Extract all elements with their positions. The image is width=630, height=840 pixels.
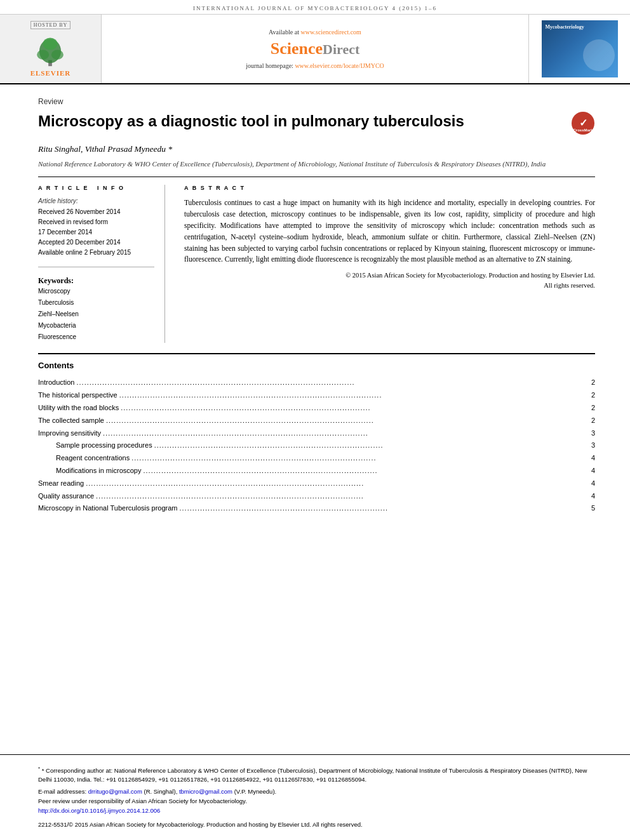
journal-cover-section: Mycobacteriology — [528, 15, 630, 83]
journal-cover-title: Mycobacteriology — [546, 24, 584, 30]
sciencedirect-url[interactable]: www.sciencedirect.com — [300, 29, 361, 36]
info-divider — [38, 267, 154, 267]
email-line: E-mail addresses: drritugo@gmail.com (R.… — [38, 787, 595, 797]
elsevier-logo: ELSEVIER — [30, 33, 71, 77]
toc-dots-1: ........................................… — [76, 377, 589, 389]
keyword-microscopy: Microscopy — [38, 286, 154, 297]
toc-dots-10: ........................................… — [96, 490, 589, 503]
keyword-tuberculosis: Tuberculosis — [38, 297, 154, 309]
toc-historical: The historical perspective .............… — [38, 389, 595, 402]
svg-text:CrossMark: CrossMark — [573, 128, 593, 132]
abstract-header-text: A B S T R A C T — [184, 185, 245, 191]
authors: Ritu Singhal, Vithal Prasad Myneedu * — [38, 144, 595, 154]
journal-top-header: International Journal of Mycobacteriolog… — [0, 0, 630, 15]
svg-text:✓: ✓ — [579, 117, 587, 128]
keywords-section: Keywords: Microscopy Tuberculosis Ziehl–… — [38, 276, 154, 343]
toc-collected: The collected sample ...................… — [38, 415, 595, 427]
toc-utility: Utility with the road blocks ...........… — [38, 402, 595, 415]
toc-quality-label: Quality assurance — [38, 490, 94, 503]
contents-title: Contents — [38, 361, 595, 370]
toc-improving-page: 3 — [591, 427, 595, 440]
toc-quality: Quality assurance ......................… — [38, 490, 595, 503]
toc-sample-label: Sample processing procedures — [56, 439, 152, 452]
footer-copyright: 2212-5531/© 2015 Asian African Society f… — [38, 820, 595, 830]
toc-dots-4: ........................................… — [106, 415, 589, 427]
article-history: Article history: Received 26 November 20… — [38, 197, 154, 258]
email2-link[interactable]: tbmicro@gmail.com — [179, 788, 232, 795]
keyword-fluorescence: Fluorescence — [38, 331, 154, 343]
abstract-text: Tuberculosis continues to cast a huge im… — [184, 197, 595, 265]
toc-national-page: 5 — [591, 502, 595, 515]
toc-quality-page: 4 — [591, 490, 595, 503]
toc-improving-label: Improving sensitivity — [38, 427, 101, 440]
toc-dots-6: ........................................… — [154, 439, 589, 452]
section-label: Review — [38, 97, 595, 106]
received-revised-label: Received in revised form — [38, 217, 154, 227]
sciencedirect-section: Available at www.sciencedirect.com Scien… — [102, 15, 528, 83]
toc-utility-page: 2 — [591, 402, 595, 415]
corresponding-author-text: * Corresponding author at: National Refe… — [38, 767, 587, 783]
journal-homepage: journal homepage: www.elsevier.com/locat… — [246, 62, 384, 69]
journal-cover-image — [583, 39, 615, 71]
toc-modifications-page: 4 — [591, 465, 595, 477]
article-title-container: Microscopy as a diagnostic tool in pulmo… — [38, 111, 595, 135]
received-date: Received 26 November 2014 — [38, 207, 154, 217]
journal-cover: Mycobacteriology — [542, 20, 618, 77]
toc-historical-label: The historical perspective — [38, 389, 117, 402]
hosted-by-label: HOSTED BY — [30, 21, 71, 29]
toc-dots-9: ........................................… — [86, 477, 589, 490]
toc-smear: Smear reading ..........................… — [38, 477, 595, 490]
sciencedirect-logo: ScienceDirect — [271, 39, 360, 58]
abstract-header: A B S T R A C T — [184, 185, 595, 191]
doi-link[interactable]: http://dx.doi.org/10.1016/j.ijmyco.2014.… — [38, 807, 160, 814]
page: International Journal of Mycobacteriolog… — [0, 0, 630, 840]
toc-utility-label: Utility with the road blocks — [38, 402, 119, 415]
toc-sample-page: 3 — [591, 439, 595, 452]
toc-collected-label: The collected sample — [38, 415, 104, 427]
toc-modifications: Modifications in microscopy ............… — [38, 465, 595, 477]
main-content: Review Microscopy as a diagnostic tool i… — [0, 84, 630, 754]
toc-historical-page: 2 — [591, 389, 595, 402]
peer-review-note: Peer review under responsibility of Asia… — [38, 797, 595, 806]
toc-collected-page: 2 — [591, 415, 595, 427]
accepted-date: Accepted 20 December 2014 — [38, 237, 154, 248]
email1-link[interactable]: drritugo@gmail.com — [88, 788, 142, 795]
svg-point-4 — [43, 38, 58, 50]
toc-dots-7: ........................................… — [131, 452, 589, 465]
toc-modifications-label: Modifications in microscopy — [56, 465, 142, 477]
elsevier-tree-icon — [31, 33, 69, 68]
toc-reagent-label: Reagent concentrations — [56, 452, 130, 465]
keywords-label: Keywords: — [38, 276, 154, 286]
corresponding-author-note: * * Corresponding author at: National Re… — [38, 765, 595, 785]
doi-line: http://dx.doi.org/10.1016/j.ijmyco.2014.… — [38, 806, 595, 816]
toc-dots-11: ........................................… — [179, 502, 589, 515]
journal-homepage-url[interactable]: www.elsevier.com/locate/IJMYCO — [295, 62, 384, 69]
contents-section: Contents Introduction ..................… — [38, 353, 595, 515]
copyright-line2: All rights reserved. — [184, 281, 595, 291]
toc-microscopy-national: Microscopy in National Tuberculosis prog… — [38, 502, 595, 515]
toc-smear-label: Smear reading — [38, 477, 84, 490]
email2-name: (V.P. Myneedu). — [234, 788, 277, 795]
affiliation: National Reference Laboratory & WHO Cent… — [38, 159, 595, 177]
toc-introduction-page: 2 — [591, 377, 595, 389]
elsevier-logo-section: HOSTED BY ELSEVIER — [0, 15, 102, 83]
toc-introduction-label: Introduction — [38, 377, 74, 389]
two-col-section: A R T I C L E I N F O Article history: R… — [38, 185, 595, 343]
toc-improving: Improving sensitivity ..................… — [38, 427, 595, 440]
star-footnote-marker: * — [38, 766, 40, 771]
email1-name: (R. Singhal), — [144, 788, 177, 795]
crossmark-icon: ✓ CrossMark — [571, 111, 595, 135]
toc-dots-5: ........................................… — [103, 427, 589, 440]
toc-reagent-page: 4 — [591, 452, 595, 465]
toc-introduction: Introduction ...........................… — [38, 377, 595, 389]
toc-smear-page: 4 — [591, 477, 595, 490]
copyright-line1: © 2015 Asian African Society for Mycobac… — [184, 270, 595, 281]
keyword-mycobacteria: Mycobacteria — [38, 320, 154, 331]
svg-point-2 — [37, 50, 50, 60]
received-revised-date: 17 December 2014 — [38, 227, 154, 237]
article-title: Microscopy as a diagnostic tool in pulmo… — [38, 111, 464, 131]
abstract-copyright: © 2015 Asian African Society for Mycobac… — [184, 270, 595, 291]
keyword-ziehl: Ziehl–Neelsen — [38, 309, 154, 320]
article-info-header: A R T I C L E I N F O — [38, 185, 154, 191]
header-area: HOSTED BY ELSEVIER Available at www.scie… — [0, 15, 630, 84]
